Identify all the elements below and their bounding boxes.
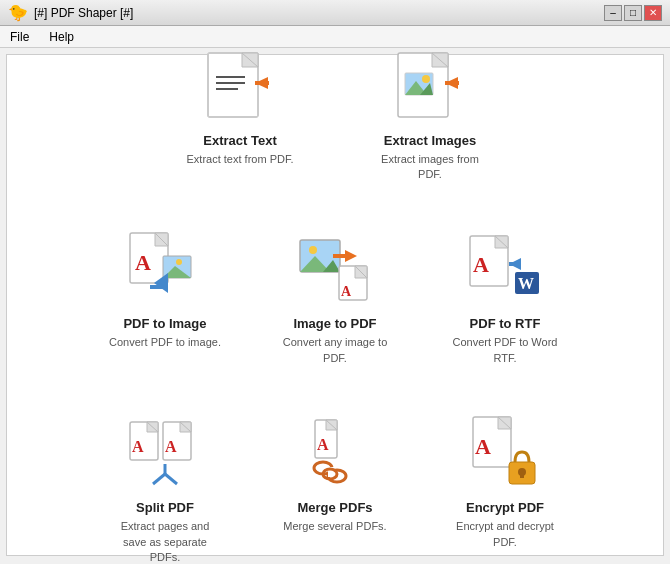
- bottom-row: A A Split PDF Extract pages and save as …: [100, 404, 570, 564]
- svg-marker-29: [345, 250, 357, 262]
- svg-point-20: [176, 259, 182, 265]
- image-to-pdf-title: Image to PDF: [293, 316, 376, 331]
- top-row: Extract Text Extract text from PDF. E: [175, 37, 495, 191]
- tool-pdf-to-image[interactable]: A PDF to Image Convert PDF to image.: [100, 220, 230, 374]
- pdf-to-image-desc: Convert PDF to image.: [109, 335, 221, 350]
- encrypt-pdf-title: Encrypt PDF: [466, 500, 544, 515]
- tool-pdf-to-rtf[interactable]: A W PDF to RTF Convert PDF to Word RTF.: [440, 220, 570, 374]
- extract-text-title: Extract Text: [203, 133, 276, 148]
- extract-text-icon: [200, 45, 280, 125]
- svg-text:A: A: [135, 250, 151, 275]
- middle-row: A PDF to Image Convert PDF to image.: [100, 220, 570, 374]
- title-bar-left: 🐤 [#] PDF Shaper [#]: [8, 3, 133, 22]
- title-bar: 🐤 [#] PDF Shaper [#] – □ ✕: [0, 0, 670, 26]
- extract-text-desc: Extract text from PDF.: [187, 152, 294, 167]
- main-content: Extract Text Extract text from PDF. E: [6, 54, 664, 556]
- encrypt-pdf-desc: Encrypt and decrypt PDF.: [448, 519, 562, 550]
- encrypt-pdf-icon: A: [465, 412, 545, 492]
- svg-rect-37: [509, 262, 521, 266]
- tool-extract-text[interactable]: Extract Text Extract text from PDF.: [175, 37, 305, 191]
- svg-text:A: A: [341, 284, 352, 299]
- window-title: [#] PDF Shaper [#]: [34, 6, 133, 20]
- extract-images-icon: [390, 45, 470, 125]
- title-bar-controls[interactable]: – □ ✕: [604, 5, 662, 21]
- minimize-button[interactable]: –: [604, 5, 622, 21]
- svg-line-48: [165, 474, 177, 484]
- svg-text:A: A: [475, 434, 491, 459]
- tool-merge-pdfs[interactable]: A Merge PDFs Merge several PDFs.: [270, 404, 400, 564]
- merge-pdfs-desc: Merge several PDFs.: [283, 519, 386, 534]
- split-pdf-desc: Extract pages and save as separate PDFs.: [108, 519, 222, 564]
- split-pdf-title: Split PDF: [136, 500, 194, 515]
- svg-rect-28: [333, 254, 345, 258]
- menu-help[interactable]: Help: [43, 28, 80, 46]
- svg-point-25: [309, 246, 317, 254]
- svg-text:A: A: [165, 438, 177, 455]
- app-icon: 🐤: [8, 3, 28, 22]
- maximize-button[interactable]: □: [624, 5, 642, 21]
- pdf-to-rtf-icon: A W: [465, 228, 545, 308]
- image-to-pdf-desc: Convert any image to PDF.: [278, 335, 392, 366]
- svg-rect-15: [445, 81, 459, 85]
- svg-text:A: A: [317, 436, 329, 453]
- menu-file[interactable]: File: [4, 28, 35, 46]
- tool-image-to-pdf[interactable]: A Image to PDF Convert any image to PDF.: [270, 220, 400, 374]
- svg-line-47: [153, 474, 165, 484]
- svg-rect-61: [520, 472, 524, 478]
- pdf-to-rtf-desc: Convert PDF to Word RTF.: [448, 335, 562, 366]
- image-to-pdf-icon: A: [295, 228, 375, 308]
- svg-rect-23: [150, 285, 164, 289]
- pdf-to-image-icon: A: [125, 228, 205, 308]
- extract-images-desc: Extract images from PDF.: [373, 152, 487, 183]
- extract-images-title: Extract Images: [384, 133, 477, 148]
- tool-encrypt-pdf[interactable]: A Encrypt PDF Encrypt and decrypt PDF.: [440, 404, 570, 564]
- pdf-to-image-title: PDF to Image: [123, 316, 206, 331]
- tool-extract-images[interactable]: Extract Images Extract images from PDF.: [365, 37, 495, 191]
- svg-text:A: A: [473, 252, 489, 277]
- tool-split-pdf[interactable]: A A Split PDF Extract pages and save as …: [100, 404, 230, 564]
- merge-pdfs-title: Merge PDFs: [297, 500, 372, 515]
- svg-text:W: W: [518, 275, 534, 292]
- svg-rect-7: [255, 81, 269, 85]
- svg-point-11: [422, 75, 430, 83]
- merge-pdfs-icon: A: [295, 412, 375, 492]
- pdf-to-rtf-title: PDF to RTF: [470, 316, 541, 331]
- svg-text:A: A: [132, 438, 144, 455]
- split-pdf-icon: A A: [125, 412, 205, 492]
- close-button[interactable]: ✕: [644, 5, 662, 21]
